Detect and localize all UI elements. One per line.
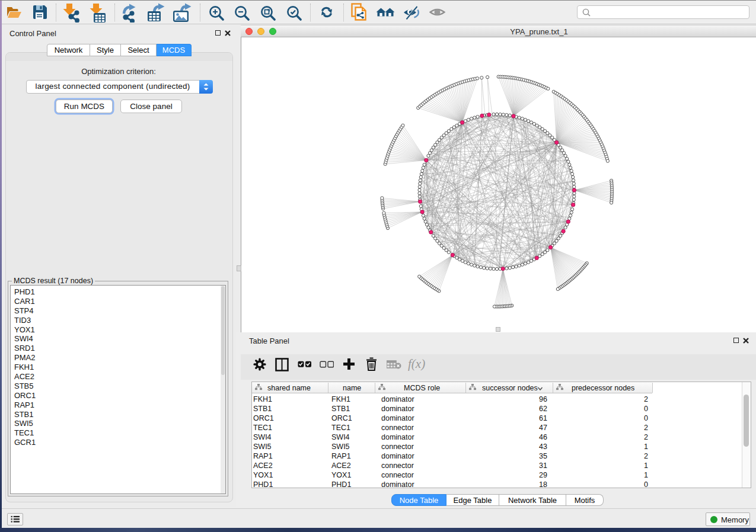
svg-text:f(x): f(x) — [408, 357, 425, 371]
